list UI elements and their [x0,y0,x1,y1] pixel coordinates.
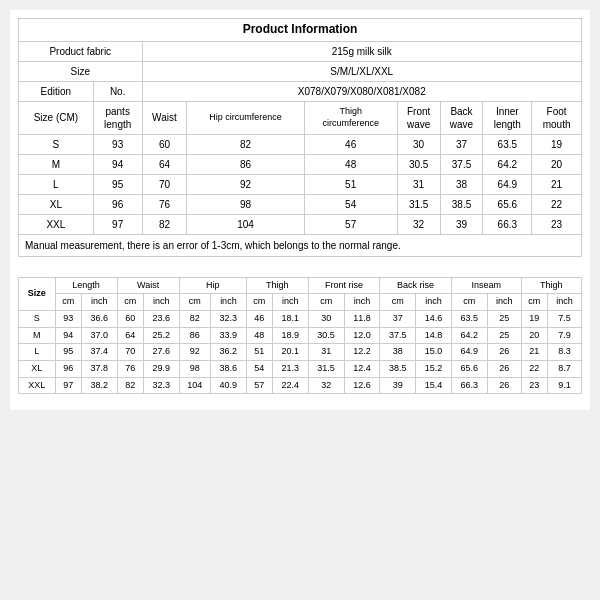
l-waist: 70 [142,174,187,194]
col-pants-length: pantslength [93,101,142,134]
product-info-title: Product Information [19,19,582,42]
xl-pants: 96 [93,194,142,214]
col-front-wave: Frontwave [397,101,440,134]
col2-back-rise: Back rise [380,277,452,294]
xxl-back: 39 [440,214,483,234]
m-waist: 64 [142,154,187,174]
sub-cm: cm [55,294,81,311]
sub-cm: cm [117,294,143,311]
m-inner: 64.2 [483,154,532,174]
l-back: 38 [440,174,483,194]
fabric-value: 215g milk silk [142,41,581,61]
col2-length: Length [55,277,117,294]
sub-inch: inch [210,294,246,311]
col2-waist: Waist [117,277,179,294]
sub-inch: inch [487,294,521,311]
table-row: XXL 97 82 104 57 32 39 66.3 23 [19,214,582,234]
s-back: 37 [440,134,483,154]
t2-size-xl: XL [19,361,56,378]
col-inner-length: Innerlength [483,101,532,134]
fabric-label: Product fabric [19,41,143,61]
size-label: Size [19,61,143,81]
table-row: M 94 64 86 48 30.5 37.5 64.2 20 [19,154,582,174]
col2-thigh: Thigh [246,277,308,294]
col2-thigh2: Thigh [521,277,581,294]
detailed-size-table: Size Length Waist Hip Thigh Front rise B… [18,277,582,395]
xl-waist: 76 [142,194,187,214]
measurement-note: Manual measurement, there is an error of… [19,234,582,256]
s-waist: 60 [142,134,187,154]
size-s: S [19,134,94,154]
m-back: 37.5 [440,154,483,174]
m-hip: 86 [187,154,304,174]
xxl-thigh: 57 [304,214,397,234]
l-foot: 21 [532,174,582,194]
col2-size: Size [19,277,56,310]
l-front: 31 [397,174,440,194]
edition-value: X078/X079/X080/X081/X082 [142,81,581,101]
table-row: L 9537.4 7027.6 9236.2 5120.1 3112.2 381… [19,344,582,361]
table-row: L 95 70 92 51 31 38 64.9 21 [19,174,582,194]
col-size-cm: Size (CM) [19,101,94,134]
size-xl: XL [19,194,94,214]
col-waist: Waist [142,101,187,134]
col-foot-mouth: Footmouth [532,101,582,134]
col-hip: Hip circumference [187,101,304,134]
sub-cm: cm [380,294,416,311]
xl-thigh: 54 [304,194,397,214]
page-container: Product Information Product fabric 215g … [10,10,590,410]
t2-size-l: L [19,344,56,361]
t2-size-xxl: XXL [19,377,56,394]
m-pants: 94 [93,154,142,174]
xl-front: 31.5 [397,194,440,214]
product-info-table: Product Information Product fabric 215g … [18,18,582,257]
col2-front-rise: Front rise [308,277,380,294]
s-foot: 19 [532,134,582,154]
l-inner: 64.9 [483,174,532,194]
sub-inch: inch [416,294,452,311]
sub-cm: cm [179,294,210,311]
table-row: S 9336.6 6023.6 8232.3 4618.1 3011.8 371… [19,310,582,327]
size-value: S/M/L/XL/XXL [142,61,581,81]
table-row: XL 9637.8 7629.9 9838.6 5421.3 31.512.4 … [19,361,582,378]
col-back-wave: Backwave [440,101,483,134]
s-thigh: 46 [304,134,397,154]
sub-inch: inch [143,294,179,311]
l-thigh: 51 [304,174,397,194]
sub-inch: inch [547,294,581,311]
table-row: XXL 9738.2 8232.3 10440.9 5722.4 3212.6 … [19,377,582,394]
xxl-pants: 97 [93,214,142,234]
t2-size-s: S [19,310,56,327]
xl-foot: 22 [532,194,582,214]
s-hip: 82 [187,134,304,154]
table-row: M 9437.0 6425.2 8633.9 4818.9 30.512.0 3… [19,327,582,344]
l-hip: 92 [187,174,304,194]
s-inner: 63.5 [483,134,532,154]
sub-inch: inch [81,294,117,311]
size-m: M [19,154,94,174]
sub-inch: inch [344,294,380,311]
s-pants: 93 [93,134,142,154]
xl-hip: 98 [187,194,304,214]
col2-inseam: Inseam [451,277,521,294]
xxl-foot: 23 [532,214,582,234]
table-row: XL 96 76 98 54 31.5 38.5 65.6 22 [19,194,582,214]
no-label: No. [93,81,142,101]
m-foot: 20 [532,154,582,174]
m-front: 30.5 [397,154,440,174]
col2-hip: Hip [179,277,246,294]
xxl-hip: 104 [187,214,304,234]
xl-inner: 65.6 [483,194,532,214]
xxl-inner: 66.3 [483,214,532,234]
xxl-front: 32 [397,214,440,234]
s-front: 30 [397,134,440,154]
l-pants: 95 [93,174,142,194]
edition-label: Edition [19,81,94,101]
t2-size-m: M [19,327,56,344]
xl-back: 38.5 [440,194,483,214]
sub-cm: cm [451,294,487,311]
table-row: S 93 60 82 46 30 37 63.5 19 [19,134,582,154]
sub-inch: inch [272,294,308,311]
xxl-waist: 82 [142,214,187,234]
size-l: L [19,174,94,194]
